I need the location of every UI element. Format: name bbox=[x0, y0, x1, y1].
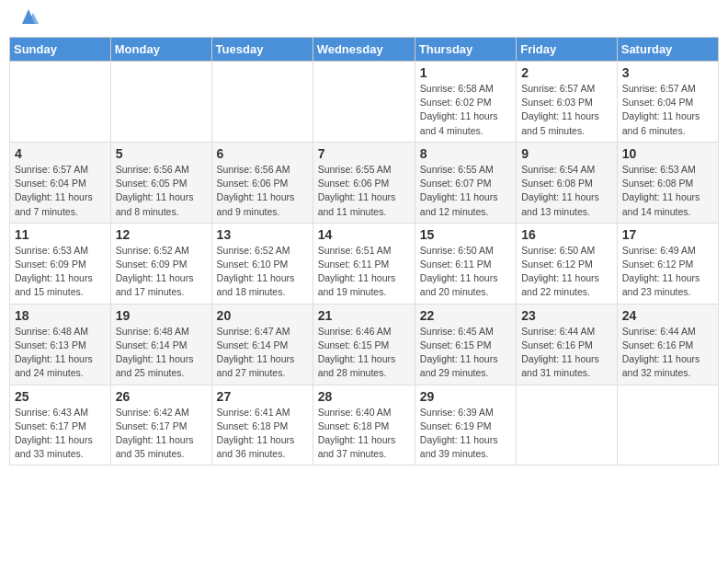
day-info: Sunrise: 6:40 AMSunset: 6:18 PMDaylight:… bbox=[318, 406, 410, 462]
day-info: Sunrise: 6:52 AMSunset: 6:10 PMDaylight:… bbox=[217, 244, 308, 300]
day-info: Sunrise: 6:57 AMSunset: 6:04 PMDaylight:… bbox=[622, 82, 713, 138]
calendar-cell: 24Sunrise: 6:44 AMSunset: 6:16 PMDayligh… bbox=[617, 304, 718, 385]
weekday-header: Tuesday bbox=[211, 38, 313, 62]
day-info: Sunrise: 6:42 AMSunset: 6:17 PMDaylight:… bbox=[116, 406, 207, 462]
day-number: 13 bbox=[217, 227, 308, 242]
day-info: Sunrise: 6:47 AMSunset: 6:14 PMDaylight:… bbox=[217, 325, 308, 381]
day-number: 15 bbox=[420, 227, 511, 242]
day-number: 17 bbox=[622, 227, 713, 242]
calendar-cell: 18Sunrise: 6:48 AMSunset: 6:13 PMDayligh… bbox=[10, 304, 111, 385]
day-info: Sunrise: 6:52 AMSunset: 6:09 PMDaylight:… bbox=[116, 244, 207, 300]
calendar-cell: 1Sunrise: 6:58 AMSunset: 6:02 PMDaylight… bbox=[415, 62, 516, 143]
calendar-cell: 25Sunrise: 6:43 AMSunset: 6:17 PMDayligh… bbox=[10, 385, 111, 465]
day-number: 11 bbox=[15, 227, 106, 242]
day-info: Sunrise: 6:53 AMSunset: 6:09 PMDaylight:… bbox=[15, 244, 106, 300]
calendar-cell: 2Sunrise: 6:57 AMSunset: 6:03 PMDaylight… bbox=[517, 62, 618, 143]
calendar-cell bbox=[211, 62, 313, 143]
calendar-cell bbox=[110, 62, 211, 143]
day-info: Sunrise: 6:44 AMSunset: 6:16 PMDaylight:… bbox=[622, 325, 713, 381]
calendar-week-row: 1Sunrise: 6:58 AMSunset: 6:02 PMDaylight… bbox=[10, 62, 719, 143]
day-info: Sunrise: 6:58 AMSunset: 6:02 PMDaylight:… bbox=[420, 82, 511, 138]
day-number: 25 bbox=[15, 389, 106, 404]
day-number: 27 bbox=[217, 389, 308, 404]
calendar-cell: 28Sunrise: 6:40 AMSunset: 6:18 PMDayligh… bbox=[313, 385, 415, 465]
day-number: 18 bbox=[15, 308, 106, 323]
weekday-header: Saturday bbox=[617, 38, 718, 62]
day-number: 3 bbox=[622, 65, 713, 80]
calendar-cell: 4Sunrise: 6:57 AMSunset: 6:04 PMDaylight… bbox=[10, 142, 111, 223]
day-number: 9 bbox=[521, 146, 612, 161]
day-number: 14 bbox=[318, 227, 410, 242]
day-info: Sunrise: 6:57 AMSunset: 6:04 PMDaylight:… bbox=[15, 163, 106, 219]
day-number: 12 bbox=[116, 227, 207, 242]
day-info: Sunrise: 6:41 AMSunset: 6:18 PMDaylight:… bbox=[217, 406, 308, 462]
calendar-cell: 10Sunrise: 6:53 AMSunset: 6:08 PMDayligh… bbox=[617, 142, 718, 223]
calendar-cell: 19Sunrise: 6:48 AMSunset: 6:14 PMDayligh… bbox=[110, 304, 211, 385]
day-number: 1 bbox=[420, 65, 511, 80]
day-info: Sunrise: 6:51 AMSunset: 6:11 PMDaylight:… bbox=[318, 244, 410, 300]
calendar-cell: 22Sunrise: 6:45 AMSunset: 6:15 PMDayligh… bbox=[415, 304, 516, 385]
calendar-cell: 5Sunrise: 6:56 AMSunset: 6:05 PMDaylight… bbox=[110, 142, 211, 223]
logo-icon bbox=[18, 7, 39, 26]
calendar-cell: 20Sunrise: 6:47 AMSunset: 6:14 PMDayligh… bbox=[211, 304, 313, 385]
day-number: 22 bbox=[420, 308, 511, 323]
day-number: 8 bbox=[420, 146, 511, 161]
calendar-cell: 8Sunrise: 6:55 AMSunset: 6:07 PMDaylight… bbox=[415, 142, 516, 223]
calendar-cell: 27Sunrise: 6:41 AMSunset: 6:18 PMDayligh… bbox=[211, 385, 313, 465]
day-info: Sunrise: 6:56 AMSunset: 6:06 PMDaylight:… bbox=[217, 163, 308, 219]
calendar-cell: 15Sunrise: 6:50 AMSunset: 6:11 PMDayligh… bbox=[415, 223, 516, 304]
day-info: Sunrise: 6:45 AMSunset: 6:15 PMDaylight:… bbox=[420, 325, 511, 381]
day-info: Sunrise: 6:48 AMSunset: 6:14 PMDaylight:… bbox=[116, 325, 207, 381]
day-info: Sunrise: 6:55 AMSunset: 6:07 PMDaylight:… bbox=[420, 163, 511, 219]
calendar-cell: 7Sunrise: 6:55 AMSunset: 6:06 PMDaylight… bbox=[313, 142, 415, 223]
day-number: 16 bbox=[521, 227, 612, 242]
day-number: 23 bbox=[521, 308, 612, 323]
calendar-cell: 21Sunrise: 6:46 AMSunset: 6:15 PMDayligh… bbox=[313, 304, 415, 385]
day-info: Sunrise: 6:48 AMSunset: 6:13 PMDaylight:… bbox=[15, 325, 106, 381]
calendar-cell: 29Sunrise: 6:39 AMSunset: 6:19 PMDayligh… bbox=[415, 385, 516, 465]
calendar-cell: 6Sunrise: 6:56 AMSunset: 6:06 PMDaylight… bbox=[211, 142, 313, 223]
day-number: 20 bbox=[217, 308, 308, 323]
calendar-table: SundayMondayTuesdayWednesdayThursdayFrid… bbox=[9, 37, 719, 465]
day-number: 7 bbox=[318, 146, 410, 161]
calendar-cell: 9Sunrise: 6:54 AMSunset: 6:08 PMDaylight… bbox=[517, 142, 618, 223]
day-info: Sunrise: 6:46 AMSunset: 6:15 PMDaylight:… bbox=[318, 325, 410, 381]
weekday-header: Thursday bbox=[415, 38, 516, 62]
calendar-cell: 13Sunrise: 6:52 AMSunset: 6:10 PMDayligh… bbox=[211, 223, 313, 304]
calendar-week-row: 18Sunrise: 6:48 AMSunset: 6:13 PMDayligh… bbox=[10, 304, 719, 385]
day-info: Sunrise: 6:53 AMSunset: 6:08 PMDaylight:… bbox=[622, 163, 713, 219]
calendar-cell bbox=[313, 62, 415, 143]
logo bbox=[17, 17, 39, 26]
calendar-cell: 3Sunrise: 6:57 AMSunset: 6:04 PMDaylight… bbox=[617, 62, 718, 143]
calendar-week-row: 25Sunrise: 6:43 AMSunset: 6:17 PMDayligh… bbox=[10, 385, 719, 465]
calendar-week-row: 4Sunrise: 6:57 AMSunset: 6:04 PMDaylight… bbox=[10, 142, 719, 223]
day-number: 24 bbox=[622, 308, 713, 323]
day-number: 6 bbox=[217, 146, 308, 161]
day-info: Sunrise: 6:43 AMSunset: 6:17 PMDaylight:… bbox=[15, 406, 106, 462]
calendar-cell: 17Sunrise: 6:49 AMSunset: 6:12 PMDayligh… bbox=[617, 223, 718, 304]
calendar-cell: 11Sunrise: 6:53 AMSunset: 6:09 PMDayligh… bbox=[10, 223, 111, 304]
day-number: 2 bbox=[521, 65, 612, 80]
day-number: 19 bbox=[116, 308, 207, 323]
day-info: Sunrise: 6:39 AMSunset: 6:19 PMDaylight:… bbox=[420, 406, 511, 462]
day-number: 21 bbox=[318, 308, 410, 323]
calendar-cell: 12Sunrise: 6:52 AMSunset: 6:09 PMDayligh… bbox=[110, 223, 211, 304]
day-number: 29 bbox=[420, 389, 511, 404]
calendar-header-row: SundayMondayTuesdayWednesdayThursdayFrid… bbox=[10, 38, 719, 62]
page-header bbox=[9, 9, 719, 29]
day-info: Sunrise: 6:54 AMSunset: 6:08 PMDaylight:… bbox=[521, 163, 612, 219]
day-info: Sunrise: 6:55 AMSunset: 6:06 PMDaylight:… bbox=[318, 163, 410, 219]
calendar-cell bbox=[517, 385, 618, 465]
calendar-cell bbox=[617, 385, 718, 465]
day-number: 5 bbox=[116, 146, 207, 161]
calendar-cell: 26Sunrise: 6:42 AMSunset: 6:17 PMDayligh… bbox=[110, 385, 211, 465]
day-number: 28 bbox=[318, 389, 410, 404]
calendar-cell: 23Sunrise: 6:44 AMSunset: 6:16 PMDayligh… bbox=[517, 304, 618, 385]
calendar-week-row: 11Sunrise: 6:53 AMSunset: 6:09 PMDayligh… bbox=[10, 223, 719, 304]
day-info: Sunrise: 6:44 AMSunset: 6:16 PMDaylight:… bbox=[521, 325, 612, 381]
weekday-header: Sunday bbox=[10, 38, 111, 62]
weekday-header: Friday bbox=[517, 38, 618, 62]
day-number: 4 bbox=[15, 146, 106, 161]
weekday-header: Monday bbox=[110, 38, 211, 62]
calendar-cell bbox=[10, 62, 111, 143]
